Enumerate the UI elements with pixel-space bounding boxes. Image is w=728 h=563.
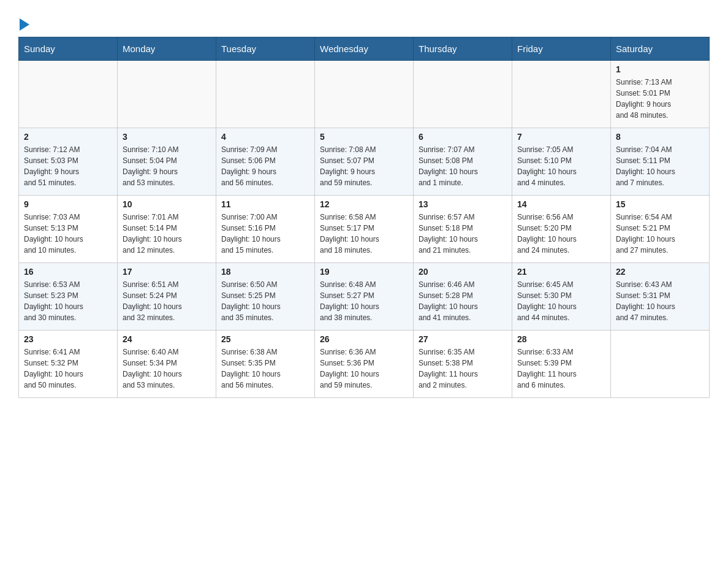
day-number: 15 xyxy=(616,199,704,209)
calendar-cell xyxy=(611,331,710,398)
day-info: Sunrise: 7:01 AM Sunset: 5:14 PM Dayligh… xyxy=(123,212,211,256)
calendar-cell xyxy=(19,61,118,128)
calendar-cell: 21Sunrise: 6:45 AM Sunset: 5:30 PM Dayli… xyxy=(512,263,611,331)
logo-arrow-icon xyxy=(20,18,29,31)
day-info: Sunrise: 7:12 AM Sunset: 5:03 PM Dayligh… xyxy=(24,144,112,188)
calendar-cell xyxy=(216,61,315,128)
calendar-row: 9Sunrise: 7:03 AM Sunset: 5:13 PM Daylig… xyxy=(19,196,710,263)
day-info: Sunrise: 7:10 AM Sunset: 5:04 PM Dayligh… xyxy=(123,144,211,188)
day-info: Sunrise: 6:35 AM Sunset: 5:38 PM Dayligh… xyxy=(419,347,507,391)
day-number: 6 xyxy=(419,132,507,142)
calendar-cell: 9Sunrise: 7:03 AM Sunset: 5:13 PM Daylig… xyxy=(19,196,118,263)
day-info: Sunrise: 6:58 AM Sunset: 5:17 PM Dayligh… xyxy=(320,212,408,256)
calendar-row: 16Sunrise: 6:53 AM Sunset: 5:23 PM Dayli… xyxy=(19,263,710,331)
calendar-cell: 27Sunrise: 6:35 AM Sunset: 5:38 PM Dayli… xyxy=(414,331,512,398)
day-info: Sunrise: 6:45 AM Sunset: 5:30 PM Dayligh… xyxy=(517,279,605,323)
calendar-cell: 6Sunrise: 7:07 AM Sunset: 5:08 PM Daylig… xyxy=(414,128,512,196)
calendar-cell: 16Sunrise: 6:53 AM Sunset: 5:23 PM Dayli… xyxy=(19,263,118,331)
day-number: 25 xyxy=(221,334,309,344)
day-number: 16 xyxy=(24,267,112,277)
day-info: Sunrise: 7:07 AM Sunset: 5:08 PM Dayligh… xyxy=(419,144,507,188)
header-cell-friday: Friday xyxy=(512,37,611,61)
calendar-cell: 18Sunrise: 6:50 AM Sunset: 5:25 PM Dayli… xyxy=(216,263,315,331)
calendar-cell xyxy=(118,61,216,128)
day-number: 24 xyxy=(123,334,211,344)
day-info: Sunrise: 7:04 AM Sunset: 5:11 PM Dayligh… xyxy=(616,144,704,188)
day-info: Sunrise: 6:53 AM Sunset: 5:23 PM Dayligh… xyxy=(24,279,112,323)
day-number: 10 xyxy=(123,199,211,209)
calendar-cell: 12Sunrise: 6:58 AM Sunset: 5:17 PM Dayli… xyxy=(315,196,414,263)
day-info: Sunrise: 7:00 AM Sunset: 5:16 PM Dayligh… xyxy=(221,212,309,256)
calendar-cell: 11Sunrise: 7:00 AM Sunset: 5:16 PM Dayli… xyxy=(216,196,315,263)
day-info: Sunrise: 6:51 AM Sunset: 5:24 PM Dayligh… xyxy=(123,279,211,323)
header-cell-wednesday: Wednesday xyxy=(315,37,414,61)
calendar-body: 1Sunrise: 7:13 AM Sunset: 5:01 PM Daylig… xyxy=(19,61,710,398)
day-number: 26 xyxy=(320,334,408,344)
day-number: 5 xyxy=(320,132,408,142)
calendar-row: 1Sunrise: 7:13 AM Sunset: 5:01 PM Daylig… xyxy=(19,61,710,128)
day-number: 2 xyxy=(24,132,112,142)
calendar-cell: 2Sunrise: 7:12 AM Sunset: 5:03 PM Daylig… xyxy=(19,128,118,196)
calendar-cell: 20Sunrise: 6:46 AM Sunset: 5:28 PM Dayli… xyxy=(414,263,512,331)
day-number: 9 xyxy=(24,199,112,209)
day-info: Sunrise: 6:43 AM Sunset: 5:31 PM Dayligh… xyxy=(616,279,704,323)
day-info: Sunrise: 6:48 AM Sunset: 5:27 PM Dayligh… xyxy=(320,279,408,323)
day-number: 3 xyxy=(123,132,211,142)
calendar-cell: 1Sunrise: 7:13 AM Sunset: 5:01 PM Daylig… xyxy=(611,61,710,128)
day-number: 1 xyxy=(616,64,704,74)
day-number: 21 xyxy=(517,267,605,277)
day-number: 18 xyxy=(221,267,309,277)
calendar-cell: 17Sunrise: 6:51 AM Sunset: 5:24 PM Dayli… xyxy=(118,263,216,331)
calendar-table: SundayMondayTuesdayWednesdayThursdayFrid… xyxy=(18,37,710,398)
calendar-row: 2Sunrise: 7:12 AM Sunset: 5:03 PM Daylig… xyxy=(19,128,710,196)
day-info: Sunrise: 6:54 AM Sunset: 5:21 PM Dayligh… xyxy=(616,212,704,256)
calendar-cell: 26Sunrise: 6:36 AM Sunset: 5:36 PM Dayli… xyxy=(315,331,414,398)
day-number: 22 xyxy=(616,267,704,277)
day-info: Sunrise: 7:05 AM Sunset: 5:10 PM Dayligh… xyxy=(517,144,605,188)
calendar-cell: 3Sunrise: 7:10 AM Sunset: 5:04 PM Daylig… xyxy=(118,128,216,196)
calendar-cell: 28Sunrise: 6:33 AM Sunset: 5:39 PM Dayli… xyxy=(512,331,611,398)
day-info: Sunrise: 6:36 AM Sunset: 5:36 PM Dayligh… xyxy=(320,347,408,391)
day-info: Sunrise: 6:46 AM Sunset: 5:28 PM Dayligh… xyxy=(419,279,507,323)
header-cell-monday: Monday xyxy=(118,37,216,61)
calendar-cell: 22Sunrise: 6:43 AM Sunset: 5:31 PM Dayli… xyxy=(611,263,710,331)
page-header xyxy=(18,12,710,31)
calendar-cell: 14Sunrise: 6:56 AM Sunset: 5:20 PM Dayli… xyxy=(512,196,611,263)
calendar-cell: 15Sunrise: 6:54 AM Sunset: 5:21 PM Dayli… xyxy=(611,196,710,263)
day-info: Sunrise: 6:41 AM Sunset: 5:32 PM Dayligh… xyxy=(24,347,112,391)
calendar-cell: 19Sunrise: 6:48 AM Sunset: 5:27 PM Dayli… xyxy=(315,263,414,331)
day-number: 11 xyxy=(221,199,309,209)
day-info: Sunrise: 6:56 AM Sunset: 5:20 PM Dayligh… xyxy=(517,212,605,256)
day-number: 23 xyxy=(24,334,112,344)
calendar-cell xyxy=(315,61,414,128)
day-number: 4 xyxy=(221,132,309,142)
day-info: Sunrise: 6:57 AM Sunset: 5:18 PM Dayligh… xyxy=(419,212,507,256)
day-number: 7 xyxy=(517,132,605,142)
header-cell-tuesday: Tuesday xyxy=(216,37,315,61)
day-info: Sunrise: 7:09 AM Sunset: 5:06 PM Dayligh… xyxy=(221,144,309,188)
calendar-cell: 7Sunrise: 7:05 AM Sunset: 5:10 PM Daylig… xyxy=(512,128,611,196)
day-number: 17 xyxy=(123,267,211,277)
calendar-cell: 13Sunrise: 6:57 AM Sunset: 5:18 PM Dayli… xyxy=(414,196,512,263)
day-info: Sunrise: 6:38 AM Sunset: 5:35 PM Dayligh… xyxy=(221,347,309,391)
day-info: Sunrise: 7:08 AM Sunset: 5:07 PM Dayligh… xyxy=(320,144,408,188)
calendar-cell: 5Sunrise: 7:08 AM Sunset: 5:07 PM Daylig… xyxy=(315,128,414,196)
day-info: Sunrise: 7:03 AM Sunset: 5:13 PM Dayligh… xyxy=(24,212,112,256)
calendar-cell: 24Sunrise: 6:40 AM Sunset: 5:34 PM Dayli… xyxy=(118,331,216,398)
calendar-cell xyxy=(512,61,611,128)
day-number: 20 xyxy=(419,267,507,277)
day-number: 19 xyxy=(320,267,408,277)
calendar-cell: 10Sunrise: 7:01 AM Sunset: 5:14 PM Dayli… xyxy=(118,196,216,263)
calendar-header: SundayMondayTuesdayWednesdayThursdayFrid… xyxy=(19,37,710,61)
day-info: Sunrise: 6:50 AM Sunset: 5:25 PM Dayligh… xyxy=(221,279,309,323)
calendar-row: 23Sunrise: 6:41 AM Sunset: 5:32 PM Dayli… xyxy=(19,331,710,398)
logo xyxy=(18,18,29,31)
day-number: 28 xyxy=(517,334,605,344)
day-number: 13 xyxy=(419,199,507,209)
day-info: Sunrise: 6:40 AM Sunset: 5:34 PM Dayligh… xyxy=(123,347,211,391)
day-number: 14 xyxy=(517,199,605,209)
calendar-cell: 4Sunrise: 7:09 AM Sunset: 5:06 PM Daylig… xyxy=(216,128,315,196)
calendar-cell: 23Sunrise: 6:41 AM Sunset: 5:32 PM Dayli… xyxy=(19,331,118,398)
calendar-cell xyxy=(414,61,512,128)
header-row: SundayMondayTuesdayWednesdayThursdayFrid… xyxy=(19,37,710,61)
